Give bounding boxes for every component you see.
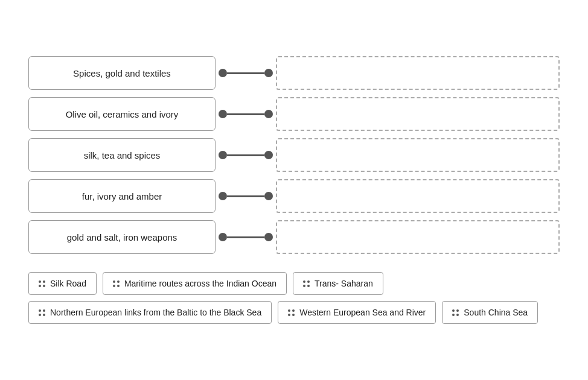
connector-right-dot-1 [264,69,273,77]
left-item-5[interactable]: gold and salt, iron weapons [28,220,216,254]
connector-line-5 [227,236,264,238]
choice-label-5: Western European Sea and River [299,308,426,317]
drag-handle-5 [288,309,295,316]
right-drop-5[interactable] [276,220,560,254]
matching-area: Spices, gold and textilesOlive oil, cera… [28,56,560,254]
choice-5[interactable]: Western European Sea and River [278,301,436,324]
drag-handle-2 [113,280,120,287]
connector-left-dot-1 [219,69,227,77]
choice-4[interactable]: Northern European links from the Baltic … [28,301,272,324]
connector-1 [216,56,276,90]
choice-3[interactable]: Trans- Saharan [293,272,383,295]
connector-line-1 [227,72,264,74]
connector-left-dot-5 [219,233,227,241]
left-item-2[interactable]: Olive oil, ceramics and ivory [28,97,216,131]
choices-row-2: Northern European links from the Baltic … [28,301,436,324]
connector-right-dot-3 [264,151,273,159]
right-drop-1[interactable] [276,56,560,90]
connector-2 [216,97,276,131]
choice-label-2: Maritime routes across the Indian Ocean [124,279,276,288]
drag-handle-4 [39,309,45,316]
choice-2[interactable]: Maritime routes across the Indian Ocean [103,272,287,295]
choice-1[interactable]: Silk Road [28,272,97,295]
left-item-1[interactable]: Spices, gold and textiles [28,56,216,90]
drag-handle-6 [452,309,459,316]
connector-5 [216,220,276,254]
connector-line-3 [227,154,264,156]
right-drop-2[interactable] [276,97,560,131]
right-column [276,56,560,254]
choice-6[interactable]: South China Sea [442,301,538,324]
left-column: Spices, gold and textilesOlive oil, cera… [28,56,216,254]
connector-line-2 [227,113,264,115]
right-drop-3[interactable] [276,138,560,172]
connector-4 [216,179,276,213]
drag-handle-1 [39,280,45,287]
choice-label-4: Northern European links from the Baltic … [50,308,261,317]
connector-right-dot-2 [264,110,273,118]
choice-label-6: South China Sea [464,308,528,317]
main-container: Spices, gold and textilesOlive oil, cera… [22,44,566,336]
connector-3 [216,138,276,172]
connector-left-dot-4 [219,192,227,200]
right-drop-4[interactable] [276,179,560,213]
choice-label-1: Silk Road [50,279,86,288]
connector-right-dot-4 [264,192,273,200]
connector-right-dot-5 [264,233,273,241]
choices-row-3: South China Sea [442,301,538,324]
connector-column [216,56,276,254]
connector-line-4 [227,195,264,197]
drag-handle-3 [303,280,310,287]
choices-row-1: Silk RoadMaritime routes across the Indi… [28,272,383,295]
left-item-4[interactable]: fur, ivory and amber [28,179,216,213]
left-item-3[interactable]: silk, tea and spices [28,138,216,172]
choice-label-3: Trans- Saharan [315,279,373,288]
answer-choices: Silk RoadMaritime routes across the Indi… [28,272,560,324]
connector-left-dot-2 [219,110,227,118]
connector-left-dot-3 [219,151,227,159]
